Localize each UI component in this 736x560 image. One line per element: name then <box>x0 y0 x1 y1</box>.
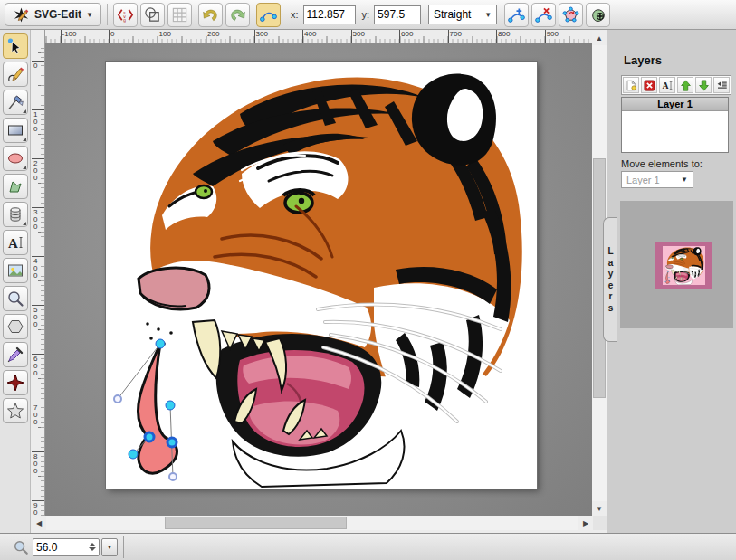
svg-text:g: g <box>123 17 126 24</box>
tool-text-button[interactable]: A <box>3 230 28 255</box>
zoom-input[interactable] <box>36 541 76 554</box>
zoom-spinner[interactable] <box>89 543 96 551</box>
layers-panel-title: Layers <box>624 53 662 67</box>
new-layer-button[interactable] <box>623 77 639 93</box>
toolbar-main-group: svg <box>113 3 192 27</box>
toolbar-node-group <box>504 3 610 27</box>
tool-select-button[interactable] <box>3 33 28 59</box>
path-node-selected[interactable] <box>167 438 177 447</box>
tool-eyedropper-button[interactable] <box>3 342 28 367</box>
svg-text:A: A <box>662 81 668 90</box>
tool-star-5-button[interactable] <box>3 398 28 423</box>
layer-buttons-bar: A <box>621 75 731 95</box>
layer-options-button[interactable] <box>713 77 730 93</box>
scroll-left-arrow-icon[interactable]: ◀ <box>32 516 46 530</box>
workspace <box>45 43 593 516</box>
canvas-preview-block <box>620 201 733 328</box>
layer-list: Layer 1 <box>621 97 729 153</box>
y-input[interactable] <box>374 5 421 24</box>
horizontal-scrollbar-thumb[interactable] <box>165 517 347 529</box>
add-subpath-button[interactable] <box>586 3 610 27</box>
source-button[interactable]: svg <box>113 3 138 27</box>
add-node-button[interactable] <box>504 3 529 27</box>
tool-star-4-button[interactable] <box>3 370 28 395</box>
ruler-tick: 0 <box>109 30 110 43</box>
tiger-artwork <box>111 74 522 487</box>
redo-button[interactable] <box>225 3 250 27</box>
chevron-down-icon: ▼ <box>484 11 492 19</box>
scroll-right-arrow-icon[interactable]: ▶ <box>578 516 593 530</box>
canvas-drawing[interactable] <box>106 62 537 489</box>
main-menu-button[interactable]: SVG-Edit ▼ <box>5 3 101 26</box>
ruler-tick: -100 <box>61 30 62 43</box>
move-elements-select[interactable]: Layer 1 ▼ <box>621 171 693 188</box>
tool-zoom-button[interactable] <box>3 286 28 311</box>
ruler-tick: 300 <box>254 30 255 43</box>
edited-path[interactable] <box>114 339 177 480</box>
ruler-tick: 200 <box>32 158 44 159</box>
zoom-control[interactable] <box>33 538 100 556</box>
path-node-selected[interactable] <box>145 432 154 441</box>
chevron-down-icon: ▼ <box>681 176 688 184</box>
ruler-tick: 900 <box>32 500 44 501</box>
horizontal-scrollbar[interactable]: ◀ ▶ <box>32 516 593 530</box>
scrollbar-corner <box>593 516 607 530</box>
canvas-thumbnail-image <box>663 246 705 285</box>
layers-panel: Layers A Layer 1 Move elements to: Layer… <box>607 30 736 533</box>
wireframe-button[interactable] <box>140 3 165 27</box>
path-node[interactable] <box>129 450 138 459</box>
svg-edit-app: SVG-Edit ▼ svg x: y: Straight ▼ A -10001… <box>0 0 736 560</box>
chevron-down-icon: ▼ <box>86 11 93 19</box>
main-menu-label: SVG-Edit <box>34 8 81 21</box>
scroll-down-arrow-icon[interactable]: ▼ <box>592 501 607 516</box>
svg-canvas[interactable] <box>106 62 537 489</box>
tool-rectangle-button[interactable] <box>3 118 28 143</box>
flyout-arrow-icon <box>23 109 26 113</box>
delete-node-button[interactable] <box>531 3 556 27</box>
ruler-tick: 500 <box>351 30 352 43</box>
tool-shape-library-button[interactable] <box>3 202 28 227</box>
move-layer-up-button[interactable] <box>677 77 693 93</box>
path-node[interactable] <box>156 339 165 348</box>
ruler-tick: 800 <box>32 451 44 452</box>
layer-row[interactable]: Layer 1 <box>622 98 728 111</box>
x-input[interactable] <box>303 5 356 24</box>
scroll-up-arrow-icon[interactable]: ▲ <box>592 31 607 45</box>
tool-polygon-button[interactable] <box>3 314 28 339</box>
move-layer-down-button[interactable] <box>695 77 712 93</box>
rename-layer-button[interactable]: A <box>659 77 675 93</box>
zoom-dropdown-button[interactable]: ▼ <box>101 538 118 556</box>
node-mode-button[interactable] <box>256 3 281 27</box>
left-toolbar: A <box>0 30 31 533</box>
flyout-arrow-icon <box>23 166 26 169</box>
path-control-handle[interactable] <box>114 395 121 403</box>
ruler-tick: 0 <box>32 61 44 62</box>
ruler-tick: 900 <box>545 30 546 43</box>
flyout-arrow-icon <box>23 138 26 141</box>
status-bar-divider <box>123 536 124 558</box>
path-control-handle[interactable] <box>169 473 177 480</box>
ruler-tick: 600 <box>32 354 44 355</box>
undo-button[interactable] <box>198 3 223 27</box>
ruler-tick: 300 <box>32 207 44 208</box>
open-close-path-button[interactable] <box>559 3 583 27</box>
y-label: y: <box>362 9 370 20</box>
tool-pencil-button[interactable] <box>3 62 28 87</box>
path-node[interactable] <box>166 401 175 410</box>
grid-button[interactable] <box>167 3 192 27</box>
segment-type-select[interactable]: Straight ▼ <box>428 5 497 24</box>
toolbar-divider <box>107 4 108 25</box>
svgedit-logo-icon <box>13 6 30 24</box>
layers-side-tab[interactable]: Layers <box>603 217 617 342</box>
tool-path-button[interactable] <box>3 174 28 199</box>
ruler-tick: 200 <box>206 30 206 43</box>
tool-image-button[interactable] <box>3 258 28 283</box>
ruler-tick: 800 <box>496 30 497 43</box>
vertical-ruler: 0100200300400500600700800900 <box>32 43 45 516</box>
svg-text:A: A <box>8 236 18 251</box>
tool-ellipse-button[interactable] <box>3 146 28 171</box>
tool-line-button[interactable] <box>3 90 28 115</box>
move-elements-label: Move elements to: <box>621 158 703 169</box>
canvas-thumbnail[interactable] <box>655 242 712 289</box>
delete-layer-button[interactable] <box>641 77 657 93</box>
